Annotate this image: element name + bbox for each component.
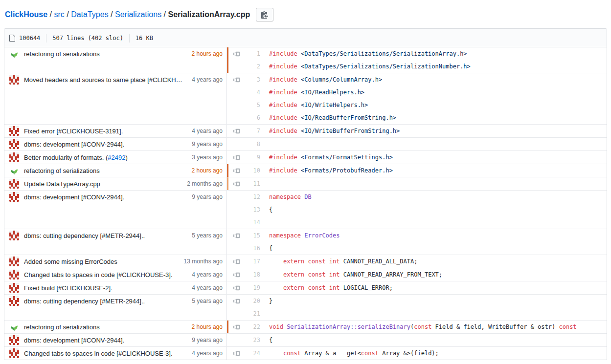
line-number[interactable]: 11 <box>245 177 264 190</box>
commit-author-avatar[interactable] <box>9 283 19 293</box>
line-number[interactable]: 24 <box>245 347 264 360</box>
code-text: namespace ErrorCodes <box>264 229 607 242</box>
commit-message-link[interactable]: refactoring of serializations <box>24 167 100 174</box>
line-number[interactable]: 13 <box>245 203 264 216</box>
commit-author-avatar[interactable] <box>9 231 19 240</box>
line-number[interactable]: 2 <box>245 60 264 73</box>
copy-path-button[interactable] <box>256 8 273 21</box>
breadcrumb-link[interactable]: DataTypes <box>71 10 108 19</box>
view-blame-prior-button[interactable] <box>233 347 240 360</box>
commit-message: refactoring of serializations <box>24 167 187 174</box>
line-number[interactable]: 9 <box>245 151 264 164</box>
line-number[interactable]: 12 <box>245 191 264 203</box>
line-number[interactable]: 21 <box>245 307 264 320</box>
commit-message: Changed tabs to spaces in code [#CLICKHO… <box>24 271 187 278</box>
commit-message-link[interactable]: Fixed error [#CLICKHOUSE-3191]. <box>24 128 123 135</box>
commit-author-avatar[interactable] <box>9 139 19 149</box>
commit-message-link[interactable]: Update DataTypeArray.cpp <box>24 180 100 188</box>
line-number[interactable]: 16 <box>245 242 264 255</box>
view-blame-prior-button[interactable] <box>233 229 240 242</box>
view-blame-prior-button[interactable] <box>233 295 240 307</box>
reblame-cell <box>228 295 245 320</box>
breadcrumb-link[interactable]: ClickHouse <box>5 10 47 19</box>
line-number[interactable]: 17 <box>245 255 264 268</box>
commit-message: Added some missing ErrorCodes <box>24 258 179 265</box>
code-line-row: 1#include <DataTypes/Serializations/Seri… <box>245 47 607 60</box>
commit-message-link[interactable]: dbms: cutting dependency [#METR-2944].. <box>24 232 145 239</box>
line-number[interactable]: 4 <box>245 86 264 99</box>
line-number[interactable]: 8 <box>245 138 264 150</box>
commit-info: refactoring of serializations2 hours ago <box>4 321 227 333</box>
code-text <box>264 307 607 320</box>
code-lines: 1#include <DataTypes/Serializations/Seri… <box>245 47 607 73</box>
commit-age: 5 years ago <box>192 298 223 304</box>
commit-message-link[interactable]: refactoring of serializations <box>24 50 100 58</box>
view-blame-prior-button[interactable] <box>233 268 240 281</box>
breadcrumb-link[interactable]: Serializations <box>115 10 161 19</box>
commit-author-avatar[interactable] <box>9 179 19 189</box>
view-blame-prior-button[interactable] <box>233 255 240 268</box>
commit-row: dbms: cutting dependency [#METR-2944]..5… <box>9 229 223 242</box>
commit-author-avatar[interactable] <box>9 322 19 332</box>
issue-link[interactable]: #2492 <box>108 154 125 161</box>
line-number[interactable]: 7 <box>245 125 264 137</box>
commit-author-avatar[interactable] <box>9 348 19 358</box>
commit-message: dbms: development [#CONV-2944]. <box>24 193 187 201</box>
line-number[interactable]: 15 <box>245 229 264 242</box>
commit-message-link[interactable]: dbms: development [#CONV-2944]. <box>24 193 124 201</box>
commit-message-link[interactable]: Changed tabs to spaces in code [#CLICKHO… <box>24 271 173 278</box>
commit-author-avatar[interactable] <box>9 270 19 279</box>
file-mode: 100644 <box>19 35 40 42</box>
reblame-cell <box>228 125 245 137</box>
code-line-row: 5#include <IO/WriteHelpers.h> <box>245 99 607 111</box>
view-blame-prior-button[interactable] <box>233 125 240 137</box>
line-number[interactable]: 14 <box>245 216 264 229</box>
commit-message-link[interactable]: Better modularity of formats. ( <box>24 154 108 161</box>
commit-message-link[interactable]: refactoring of serializations <box>24 323 100 331</box>
commit-message: Fixed build [#CLICKHOUSE-2]. <box>24 284 187 292</box>
breadcrumb-link[interactable]: src <box>54 10 64 19</box>
code-text: void SerializationArray::serializeBinary… <box>264 321 607 333</box>
view-blame-prior-button[interactable] <box>233 281 240 294</box>
commit-message-link[interactable]: Changed tabs to spaces in code [#CLICKHO… <box>24 350 173 357</box>
commit-author-avatar[interactable] <box>9 257 19 266</box>
commit-message-link[interactable]: dbms: cutting dependency [#METR-2944].. <box>24 298 145 305</box>
commit-message-link[interactable]: dbms: development [#CONV-2944]. <box>24 337 124 344</box>
commit-author-avatar[interactable] <box>9 152 19 162</box>
line-number[interactable]: 23 <box>245 334 264 346</box>
code-text: namespace DB <box>264 191 607 203</box>
code-line-row: 8 <box>245 138 607 150</box>
commit-message-link[interactable]: ) <box>125 154 127 161</box>
line-number[interactable]: 22 <box>245 321 264 333</box>
view-blame-prior-button[interactable] <box>233 151 240 164</box>
commit-message-link[interactable]: Fixed build [#CLICKHOUSE-2]. <box>24 284 113 292</box>
view-blame-prior-button[interactable] <box>233 164 240 177</box>
line-number[interactable]: 1 <box>245 47 264 60</box>
code-lines: 15namespace ErrorCodes16{ <box>245 229 607 255</box>
commit-author-avatar[interactable] <box>9 49 19 59</box>
line-number[interactable]: 19 <box>245 281 264 294</box>
commit-message-link[interactable]: Moved headers and sources to same place … <box>24 76 187 84</box>
commit-message: Update DataTypeArray.cpp <box>24 180 182 188</box>
commit-message-link[interactable]: Added some missing ErrorCodes <box>24 258 117 265</box>
line-number[interactable]: 6 <box>245 111 264 124</box>
line-number[interactable]: 20 <box>245 295 264 307</box>
line-number[interactable]: 5 <box>245 99 264 111</box>
commit-author-avatar[interactable] <box>9 126 19 136</box>
line-number[interactable]: 10 <box>245 164 264 177</box>
code-line-row: 7#include <IO/WriteBufferFromString.h> <box>245 125 607 137</box>
commit-author-avatar[interactable] <box>9 192 19 202</box>
commit-author-avatar[interactable] <box>9 296 19 306</box>
commit-message-link[interactable]: dbms: development [#CONV-2944]. <box>24 141 124 148</box>
line-number[interactable]: 3 <box>245 73 264 86</box>
view-blame-prior-button[interactable] <box>233 73 240 86</box>
commit-info: Fixed error [#CLICKHOUSE-3191].4 years a… <box>4 125 227 137</box>
view-blame-prior-button[interactable] <box>233 47 240 60</box>
commit-author-avatar[interactable] <box>9 75 19 85</box>
view-blame-prior-button[interactable] <box>233 321 240 333</box>
commit-author-avatar[interactable] <box>9 335 19 345</box>
view-blame-prior-button[interactable] <box>233 177 240 190</box>
code-lines: 22void SerializationArray::serializeBina… <box>245 321 607 333</box>
commit-author-avatar[interactable] <box>9 166 19 175</box>
line-number[interactable]: 18 <box>245 268 264 281</box>
